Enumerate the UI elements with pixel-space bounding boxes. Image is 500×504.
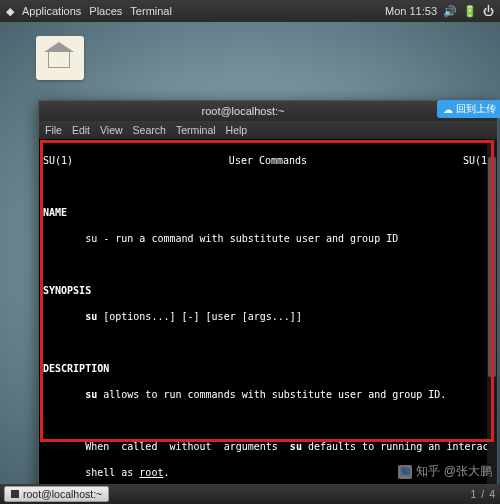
terminal-output[interactable]: SU(1)User CommandsSU(1) NAME su - run a … [39, 139, 497, 504]
workspace-pager[interactable]: 1 / 4 [471, 488, 496, 500]
window-title: root@localhost:~ [45, 105, 441, 117]
clock: Mon 11:53 [385, 5, 437, 17]
volume-icon[interactable]: 🔊 [443, 5, 457, 18]
terminal-app-icon [11, 490, 19, 498]
menu-terminal[interactable]: Terminal [130, 5, 172, 18]
menu-help[interactable]: Help [226, 124, 248, 136]
zhihu-logo-icon: 知 [398, 465, 412, 479]
terminal-titlebar[interactable]: root@localhost:~ – ▫ × [39, 101, 497, 121]
menu-edit[interactable]: Edit [72, 124, 90, 136]
gnome-bottom-panel: root@localhost:~ 1 / 4 [0, 484, 500, 504]
battery-icon[interactable]: 🔋 [463, 5, 477, 18]
cloud-icon: ☁ [443, 104, 453, 115]
desktop[interactable]: root@localhost:~ – ▫ × File Edit View Se… [0, 22, 500, 484]
terminal-scrollbar[interactable] [487, 139, 497, 504]
terminal-menubar: File Edit View Search Terminal Help [39, 121, 497, 139]
upload-back-button[interactable]: ☁ 回到上传 [437, 100, 500, 118]
home-folder-icon[interactable] [32, 36, 88, 84]
menu-file[interactable]: File [45, 124, 62, 136]
power-icon[interactable]: ⏻ [483, 5, 494, 17]
menu-terminal-item[interactable]: Terminal [176, 124, 216, 136]
gnome-topbar: ◆ Applications Places Terminal Mon 11:53… [0, 0, 500, 22]
menu-view[interactable]: View [100, 124, 123, 136]
taskbar-terminal-button[interactable]: root@localhost:~ [4, 486, 109, 502]
zhihu-watermark: 知 知乎 @张大鹏 [398, 463, 492, 480]
menu-places[interactable]: Places [89, 5, 122, 18]
menu-search[interactable]: Search [133, 124, 166, 136]
terminal-window: root@localhost:~ – ▫ × File Edit View Se… [38, 100, 498, 504]
menu-applications[interactable]: Applications [22, 5, 81, 18]
